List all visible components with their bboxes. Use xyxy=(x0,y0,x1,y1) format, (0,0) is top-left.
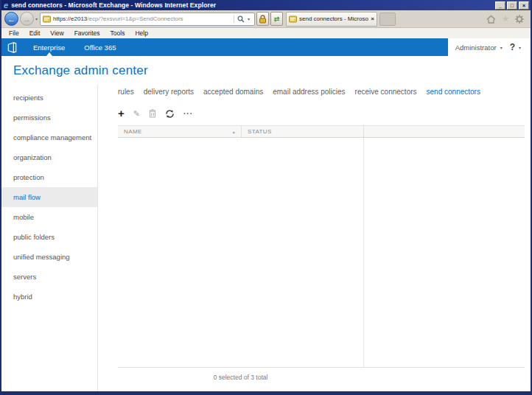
sort-ascending-icon: ▲ xyxy=(232,130,236,134)
tab-close-icon[interactable]: × xyxy=(371,15,374,22)
url-text: https://e2013/ecp/?exsvurl=1&p=SendConne… xyxy=(53,15,231,22)
menu-file[interactable]: File xyxy=(4,29,24,37)
tab-delivery-reports[interactable]: delivery reports xyxy=(144,88,194,96)
recent-pages-caret-icon[interactable]: ▾ xyxy=(35,16,38,21)
gear-icon[interactable] xyxy=(515,15,524,24)
more-button[interactable]: ··· xyxy=(183,110,193,118)
lock-icon xyxy=(259,15,267,24)
app-bar-right: Administrator ▾ ? ▾ xyxy=(448,38,531,56)
office-logo-icon xyxy=(7,38,18,56)
sidebar-item-mail-flow[interactable]: mail flow xyxy=(1,187,97,207)
tab-favicon-icon xyxy=(289,15,297,23)
content-tabs: rules delivery reports accepted domains … xyxy=(118,88,525,96)
sidebar-item-public-folders[interactable]: public folders xyxy=(1,227,97,247)
edit-button[interactable]: ✎ xyxy=(133,109,140,119)
grid-footer: 0 selected of 3 total xyxy=(118,367,525,391)
search-icon[interactable] xyxy=(237,15,245,23)
column-header-name[interactable]: NAME ▲ xyxy=(118,126,241,137)
sidebar-item-unified-messaging[interactable]: unified messaging xyxy=(1,247,97,267)
maximize-button[interactable]: □ xyxy=(507,1,517,10)
close-button[interactable]: × xyxy=(519,1,529,10)
tab-receive-connectors[interactable]: receive connectors xyxy=(355,88,417,96)
tab-rules[interactable]: rules xyxy=(118,88,134,96)
menu-tools[interactable]: Tools xyxy=(105,29,130,37)
sidebar-item-servers[interactable]: servers xyxy=(1,267,97,287)
refresh-icon: ⇄ xyxy=(274,15,280,23)
page-favicon-icon xyxy=(43,15,51,23)
tab-email-address-policies[interactable]: email address policies xyxy=(273,88,345,96)
add-button[interactable]: + xyxy=(118,108,125,119)
grid-header: NAME ▲ STATUS xyxy=(118,125,525,138)
sidebar-item-mobile[interactable]: mobile xyxy=(1,207,97,227)
search-caret-icon[interactable]: ▾ xyxy=(248,16,250,21)
help-caret-icon[interactable]: ▾ xyxy=(519,45,521,50)
tab-accepted-domains[interactable]: accepted domains xyxy=(203,88,263,96)
menu-favorites[interactable]: Favorites xyxy=(69,29,105,37)
connectors-grid: NAME ▲ STATUS 0 selected of 3 total xyxy=(118,125,525,391)
main-pane: rules delivery reports accepted domains … xyxy=(98,85,531,391)
sidebar-item-recipients[interactable]: recipients xyxy=(1,88,97,108)
menu-edit[interactable]: Edit xyxy=(24,29,46,37)
back-button[interactable]: ← xyxy=(4,12,18,26)
menu-help[interactable]: Help xyxy=(130,29,153,37)
home-icon[interactable] xyxy=(486,15,496,24)
sidebar-item-protection[interactable]: protection xyxy=(1,167,97,187)
page-content: Exchange admin center recipients permiss… xyxy=(1,56,531,391)
browser-tools: ★ xyxy=(486,15,527,24)
user-menu-label[interactable]: Administrator xyxy=(455,43,497,52)
menu-bar: File Edit View Favorites Tools Help xyxy=(1,28,531,38)
help-button[interactable]: ? xyxy=(510,42,515,52)
appbar-tab-enterprise[interactable]: Enterprise xyxy=(24,38,74,56)
sidebar-item-permissions[interactable]: permissions xyxy=(1,108,97,127)
refresh-button[interactable]: ⇄ xyxy=(270,12,283,26)
address-search-area[interactable]: ▾ xyxy=(234,15,252,23)
security-lock-button[interactable] xyxy=(256,12,269,26)
url-path: /ecp/?exsvurl=1&p=SendConnectors xyxy=(87,15,183,22)
appbar-tab-office365[interactable]: Office 365 xyxy=(74,38,125,56)
ie-logo-icon: e xyxy=(4,1,8,9)
browser-chrome: ← → ▾ https://e2013/ecp/?exsvurl=1&p=Sen… xyxy=(1,10,531,28)
new-tab-button[interactable] xyxy=(379,13,396,26)
menu-view[interactable]: View xyxy=(45,29,69,37)
column-name-label: NAME xyxy=(124,128,142,135)
browser-window: e send connectors - Microsoft Exchange -… xyxy=(0,0,532,395)
tab-send-connectors[interactable]: send connectors xyxy=(427,88,480,96)
connector-list-area[interactable] xyxy=(118,138,363,367)
grid-body xyxy=(118,138,525,367)
selection-status: 0 selected of 3 total xyxy=(118,368,363,391)
address-bar[interactable]: https://e2013/ecp/?exsvurl=1&p=SendConne… xyxy=(40,13,255,26)
app-bar-blue: Enterprise Office 365 xyxy=(1,38,448,56)
sidebar-item-compliance-management[interactable]: compliance management xyxy=(1,127,97,147)
app-bar: Enterprise Office 365 Administrator ▾ ? … xyxy=(1,38,531,56)
column-header-status[interactable]: STATUS xyxy=(241,126,363,137)
favorites-star-icon[interactable]: ★ xyxy=(502,15,509,23)
page-title: Exchange admin center xyxy=(1,56,531,85)
minimize-button[interactable]: _ xyxy=(495,1,505,10)
forward-button[interactable]: → xyxy=(20,12,34,26)
toolbar: + ✎ ··· xyxy=(118,107,525,120)
detail-pane xyxy=(363,138,525,367)
title-bar: e send connectors - Microsoft Exchange -… xyxy=(1,0,531,10)
delete-button[interactable] xyxy=(149,109,156,118)
column-status-label: STATUS xyxy=(248,128,272,135)
body-row: recipients permissions compliance manage… xyxy=(1,85,531,391)
sidebar-item-organization[interactable]: organization xyxy=(1,147,97,167)
url-domain: https://e2013 xyxy=(53,15,87,22)
sidebar-item-hybrid[interactable]: hybrid xyxy=(1,287,97,307)
tab-title: send connectors - Microsoft ... xyxy=(299,15,368,22)
window-title: send connectors - Microsoft Exchange - W… xyxy=(11,1,494,9)
sidebar: recipients permissions compliance manage… xyxy=(1,85,98,391)
browser-tab[interactable]: send connectors - Microsoft ... × xyxy=(286,12,377,27)
column-header-empty xyxy=(363,126,525,137)
user-menu-caret-icon[interactable]: ▾ xyxy=(500,45,503,50)
refresh-list-button[interactable] xyxy=(165,109,175,119)
